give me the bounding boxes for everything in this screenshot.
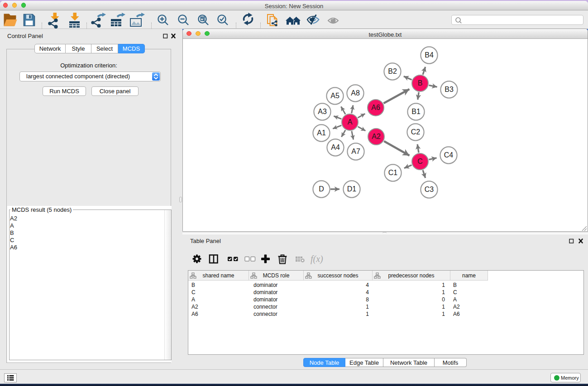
svg-text:C2: C2 <box>411 128 421 136</box>
svg-text:C4: C4 <box>444 151 454 159</box>
svg-text:A7: A7 <box>351 148 360 155</box>
svg-text:A3: A3 <box>318 108 327 115</box>
svg-text:B4: B4 <box>425 51 434 59</box>
svg-text:C: C <box>417 157 423 165</box>
svg-text:f(x): f(x) <box>311 254 323 264</box>
svg-text:A2: A2 <box>372 133 381 140</box>
svg-text:B3: B3 <box>445 86 454 93</box>
svg-text:D1: D1 <box>347 185 357 193</box>
svg-text:A5: A5 <box>330 92 339 100</box>
svg-text:B: B <box>418 79 423 87</box>
svg-text:B1: B1 <box>411 108 421 115</box>
svg-text:C1: C1 <box>388 169 398 176</box>
svg-text:D: D <box>319 185 324 193</box>
svg-text:B2: B2 <box>388 67 397 75</box>
svg-text:A6: A6 <box>371 104 380 111</box>
svg-text:A4: A4 <box>331 143 340 151</box>
svg-text:C3: C3 <box>425 186 434 193</box>
svg-text:A: A <box>348 118 353 126</box>
svg-text:A1: A1 <box>317 129 326 137</box>
svg-text:A8: A8 <box>351 89 360 97</box>
